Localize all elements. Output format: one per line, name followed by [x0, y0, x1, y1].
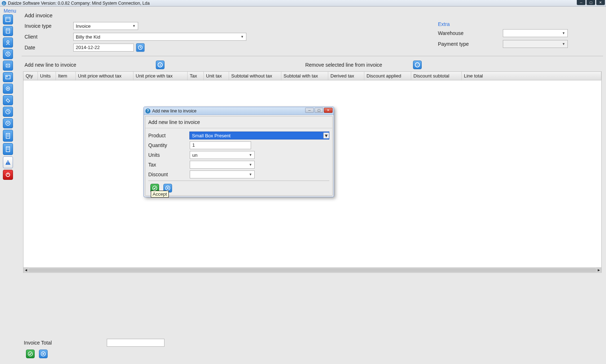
discount-combo[interactable]: ▼ — [190, 170, 255, 178]
th-line-total[interactable]: Line total — [462, 72, 601, 80]
minus-icon: − — [415, 62, 420, 67]
sidebar-btn-9[interactable] — [3, 107, 13, 117]
warehouse-combo[interactable]: ▼ — [503, 29, 568, 37]
chevron-down-icon: ▼ — [562, 42, 565, 46]
chevron-down-icon: ▼ — [323, 133, 329, 138]
sidebar: $ ! — [3, 14, 17, 180]
remove-line-button[interactable]: − — [413, 61, 422, 69]
add-line-button[interactable]: + — [156, 61, 164, 69]
sidebar-btn-10[interactable] — [3, 118, 13, 128]
dialog-close-button[interactable]: ✕ — [324, 108, 333, 113]
svg-text:D: D — [3, 1, 5, 5]
dialog-maximize-button[interactable]: ▢ — [315, 108, 323, 113]
window-maximize-button[interactable]: ▢ — [587, 0, 595, 5]
th-tax[interactable]: Tax — [188, 72, 204, 80]
sidebar-btn-warning[interactable]: ! — [3, 156, 13, 168]
scroll-left-arrow[interactable]: ◀ — [23, 268, 28, 272]
th-unit-price-wo-tax[interactable]: Unit price without tax — [76, 72, 133, 80]
chevron-down-icon: ▼ — [249, 163, 252, 167]
payment-type-combo[interactable]: ▼ — [503, 40, 568, 48]
plus-icon: + — [158, 62, 163, 67]
extra-title: Extra — [438, 21, 600, 27]
date-picker-button[interactable] — [136, 43, 145, 52]
date-field[interactable]: 2014-12-22 — [73, 44, 134, 52]
horizontal-scrollbar[interactable]: ◀ ▶ — [23, 268, 602, 273]
client-combo[interactable]: Billy the Kid ▼ — [73, 33, 246, 41]
sidebar-btn-2[interactable] — [3, 26, 13, 36]
chevron-down-icon: ▼ — [562, 31, 565, 35]
svg-rect-12 — [6, 75, 10, 79]
th-unit-price-w-tax[interactable]: Unit price with tax — [133, 72, 188, 80]
th-unit-tax[interactable]: Unit tax — [204, 72, 229, 80]
svg-rect-13 — [6, 76, 8, 77]
quantity-field[interactable]: 1 — [190, 141, 251, 149]
dialog-title: Add new line to invoice — [152, 108, 197, 114]
check-icon — [28, 351, 33, 356]
th-discount-subtotal[interactable]: Discount subtotal — [411, 72, 462, 80]
th-qty[interactable]: Qty — [23, 72, 38, 80]
remove-line-label: Remove selected line from invoice — [305, 62, 382, 68]
th-units[interactable]: Units — [38, 72, 56, 80]
page-title: Add invoice — [22, 11, 603, 21]
svg-text:!: ! — [7, 161, 8, 165]
invoice-type-combo[interactable]: Invoice ▼ — [73, 22, 138, 30]
sidebar-btn-7[interactable] — [3, 84, 13, 94]
chevron-down-icon: ▼ — [241, 35, 244, 39]
payment-type-label: Payment type — [438, 41, 503, 47]
cancel-invoice-button[interactable] — [39, 350, 48, 358]
scroll-thumb[interactable] — [28, 268, 596, 272]
x-circle-icon — [41, 351, 46, 356]
invoice-type-label: Invoice type — [25, 23, 73, 29]
window-close-button[interactable]: ✕ — [596, 0, 605, 5]
chevron-down-icon: ▼ — [249, 173, 252, 176]
units-combo[interactable]: un ▼ — [190, 151, 255, 159]
svg-rect-26 — [8, 149, 9, 150]
svg-point-11 — [8, 65, 9, 66]
th-derived-tax[interactable]: Derived tax — [328, 72, 364, 80]
chevron-down-icon: ▼ — [132, 24, 136, 28]
th-subtotal-w-tax[interactable]: Subtotal with tax — [281, 72, 328, 80]
sidebar-btn-8[interactable] — [3, 95, 13, 105]
invoice-total-label: Invoice Total — [24, 340, 107, 346]
app-icon: D — [1, 1, 6, 6]
sidebar-btn-12[interactable] — [3, 143, 13, 155]
menu-label[interactable]: Menu — [0, 6, 20, 14]
invoice-total-field — [107, 339, 164, 347]
th-subtotal-wo-tax[interactable]: Subtotal without tax — [229, 72, 281, 80]
dialog-icon: ? — [145, 108, 150, 114]
sidebar-btn-power[interactable] — [3, 170, 13, 180]
svg-rect-2 — [6, 17, 10, 22]
svg-text:$: $ — [7, 52, 9, 56]
svg-point-7 — [7, 41, 9, 43]
window-minimize-button[interactable]: ─ — [577, 0, 585, 5]
accept-invoice-button[interactable] — [26, 350, 35, 358]
th-item[interactable]: Item — [56, 72, 76, 80]
tax-combo[interactable]: ▼ — [190, 161, 255, 169]
sidebar-btn-1[interactable] — [3, 14, 13, 25]
scroll-right-arrow[interactable]: ▶ — [596, 268, 601, 272]
warehouse-label: Warehouse — [438, 30, 503, 36]
window-title: Daidze Software Version: 0.0.82 Company:… — [8, 1, 150, 6]
chevron-down-icon: ▼ — [249, 153, 252, 157]
sidebar-btn-6[interactable] — [3, 72, 13, 82]
sidebar-btn-11[interactable] — [3, 130, 13, 142]
product-label: Product — [148, 133, 189, 138]
dialog-titlebar[interactable]: ? Add new line to invoice ─ ▢ ✕ — [144, 107, 334, 115]
th-discount-applied[interactable]: Discount applied — [364, 72, 411, 80]
clock-icon — [138, 45, 143, 50]
sidebar-btn-4[interactable]: $ — [3, 49, 13, 59]
dialog-minimize-button[interactable]: ─ — [305, 108, 314, 113]
x-circle-icon — [165, 186, 170, 191]
tooltip-accept: Accept — [151, 191, 169, 197]
quantity-label: Quantity — [148, 142, 190, 148]
table-header: Qty Units Item Unit price without tax Un… — [23, 71, 602, 80]
check-icon — [152, 186, 157, 191]
product-combo[interactable]: Small Box Present ▼ — [189, 132, 329, 139]
client-label: Client — [25, 34, 73, 40]
date-label: Date — [25, 45, 73, 50]
svg-rect-22 — [6, 147, 10, 152]
dialog-heading: Add new line to invoice — [145, 116, 332, 128]
sidebar-btn-3[interactable] — [3, 37, 13, 48]
add-line-dialog: ? Add new line to invoice ─ ▢ ✕ Add new … — [144, 107, 334, 197]
sidebar-btn-5[interactable] — [3, 61, 13, 71]
